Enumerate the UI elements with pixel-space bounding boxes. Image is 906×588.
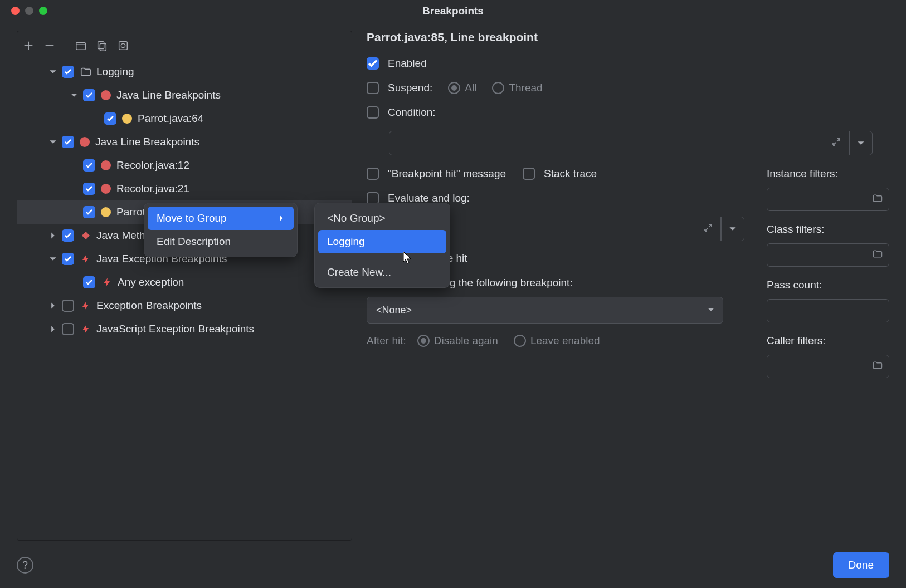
chevron-right-icon[interactable]	[47, 300, 59, 311]
after-hit-row: After hit: Disable again Leave enabled	[367, 335, 744, 347]
tree-label: Any exception	[118, 276, 184, 288]
checkbox[interactable]	[83, 206, 95, 218]
add-breakpoint-button[interactable]	[20, 38, 37, 53]
breakpoints-tree: Logging Java Line Breakpoints Parrot.jav…	[17, 59, 352, 342]
menu-item-move-to-group[interactable]: Move to Group	[148, 207, 294, 230]
condition-row: Condition:	[367, 106, 889, 119]
caller-filters-row: Caller filters:	[767, 335, 889, 347]
chevron-right-icon	[261, 212, 285, 224]
close-window-icon[interactable]	[11, 7, 20, 15]
instance-filters-input[interactable]	[767, 188, 889, 211]
checkbox[interactable]	[83, 183, 95, 195]
checkbox[interactable]	[104, 112, 116, 125]
condition-label: Condition:	[388, 106, 436, 119]
disable-until-select[interactable]: <None>	[367, 297, 723, 324]
chevron-right-icon[interactable]	[47, 230, 59, 241]
browse-icon[interactable]	[872, 248, 883, 262]
breakpoint-icon	[101, 160, 111, 170]
breakpoint-icon	[101, 184, 111, 194]
enabled-label: Enabled	[388, 57, 427, 70]
checkbox[interactable]	[62, 229, 74, 242]
svg-rect-5	[100, 43, 106, 51]
evaluate-dropdown[interactable]	[721, 217, 744, 241]
menu-item-label: Move to Group	[157, 212, 227, 224]
help-button[interactable]: ?	[17, 557, 33, 574]
tree-item-recolor-12[interactable]: Recolor.java:12	[17, 154, 352, 177]
chevron-down-icon[interactable]	[47, 136, 59, 148]
menu-item-create-new[interactable]: Create New...	[318, 261, 446, 284]
chevron-down-icon[interactable]	[47, 253, 59, 264]
condition-input[interactable]	[389, 131, 849, 155]
browse-icon[interactable]	[872, 193, 883, 207]
done-button[interactable]: Done	[833, 552, 889, 578]
suspend-label: Suspend:	[388, 82, 432, 94]
breakpoint-suspend-icon	[101, 207, 111, 217]
exception-breakpoint-icon	[80, 323, 92, 335]
tree-label: Java Line Breakpoints	[116, 89, 221, 101]
tree-label: Parrot.java:64	[138, 112, 203, 125]
checkbox[interactable]	[83, 159, 95, 171]
window-controls	[11, 7, 47, 15]
menu-item-label: <No Group>	[327, 212, 386, 224]
breakpoint-icon	[101, 90, 111, 100]
tree-item-parrot-64[interactable]: Parrot.java:64	[17, 107, 352, 130]
class-filters-input[interactable]	[767, 243, 889, 267]
tree-category-exception-bp[interactable]: Exception Breakpoints	[17, 294, 352, 317]
chevron-down-icon[interactable]	[69, 90, 80, 101]
pass-count-row: Pass count:	[767, 279, 889, 291]
leave-enabled-radio[interactable]	[514, 335, 526, 347]
pass-count-input[interactable]	[767, 299, 889, 322]
condition-dropdown[interactable]	[849, 131, 873, 155]
suspend-all-label: All	[465, 82, 476, 94]
chevron-down-icon[interactable]	[47, 66, 59, 77]
view-breakpoints-button[interactable]	[114, 38, 132, 53]
expand-icon[interactable]	[703, 222, 714, 236]
enabled-checkbox[interactable]	[367, 57, 379, 70]
checkbox[interactable]	[83, 89, 95, 101]
checkbox[interactable]	[62, 300, 74, 312]
tree-category-java-line[interactable]: Java Line Breakpoints	[17, 130, 352, 154]
checkbox[interactable]	[83, 276, 95, 288]
chevron-right-icon[interactable]	[47, 324, 59, 335]
maximize-window-icon[interactable]	[39, 7, 47, 15]
menu-divider	[322, 257, 443, 257]
suspend-checkbox[interactable]	[367, 82, 379, 94]
browse-icon[interactable]	[872, 360, 883, 374]
titlebar: Breakpoints	[0, 0, 906, 22]
tree-category-js-exception-bp[interactable]: JavaScript Exception Breakpoints	[17, 317, 352, 341]
suspend-all-radio[interactable]	[448, 82, 460, 94]
breakpoint-icon	[80, 137, 90, 147]
checkbox[interactable]	[62, 323, 74, 335]
minimize-window-icon[interactable]	[25, 7, 33, 15]
class-filters-row: Class filters:	[767, 223, 889, 236]
breakpoint-suspend-icon	[122, 114, 132, 124]
condition-checkbox[interactable]	[367, 106, 379, 119]
svg-rect-3	[76, 43, 86, 50]
svg-rect-6	[119, 42, 128, 50]
tree-item-any-exception[interactable]: Any exception	[17, 271, 352, 294]
remove-breakpoint-button[interactable]	[41, 38, 59, 53]
suspend-row: Suspend: All Thread	[367, 82, 889, 94]
bp-hit-label: "Breakpoint hit" message	[388, 168, 506, 180]
group-by-file-button[interactable]	[93, 38, 111, 53]
caller-filters-input[interactable]	[767, 355, 889, 378]
suspend-thread-radio[interactable]	[492, 82, 504, 94]
group-by-package-button[interactable]	[72, 38, 90, 53]
tree-category-java-line-sub[interactable]: Java Line Breakpoints	[17, 84, 352, 107]
stack-trace-checkbox[interactable]	[523, 168, 535, 180]
menu-item-edit-description[interactable]: Edit Description	[148, 230, 294, 253]
class-filters-label: Class filters:	[767, 223, 824, 236]
checkbox[interactable]	[62, 253, 74, 265]
tree-group-logging[interactable]: Logging	[17, 60, 352, 84]
expand-icon[interactable]	[831, 136, 842, 150]
menu-item-no-group[interactable]: <No Group>	[318, 207, 446, 230]
exception-breakpoint-icon	[80, 253, 92, 265]
menu-item-logging[interactable]: Logging	[318, 230, 446, 253]
tree-toolbar	[17, 35, 352, 59]
disable-again-radio[interactable]	[417, 335, 430, 347]
checkbox[interactable]	[62, 136, 74, 148]
tree-item-recolor-21[interactable]: Recolor.java:21	[17, 177, 352, 200]
bp-hit-checkbox[interactable]	[367, 168, 379, 180]
checkbox[interactable]	[62, 66, 74, 78]
menu-item-label: Edit Description	[157, 236, 231, 248]
